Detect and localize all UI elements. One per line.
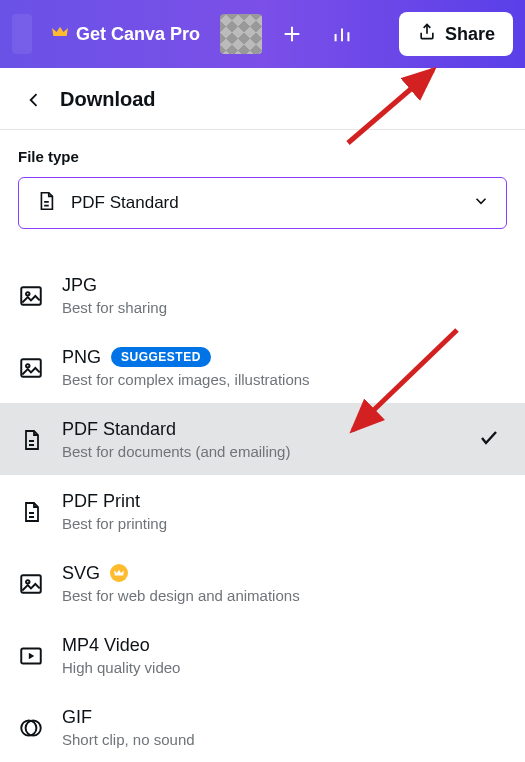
add-button[interactable]: [272, 14, 312, 54]
option-body: SVGBest for web design and animations: [62, 563, 507, 604]
file-type-option-pdf-print[interactable]: PDF PrintBest for printing: [0, 475, 525, 547]
get-pro-label: Get Canva Pro: [76, 24, 200, 45]
option-title: PDF Standard: [62, 419, 176, 440]
option-title-row: JPG: [62, 275, 507, 296]
option-body: PDF StandardBest for documents (and emai…: [62, 419, 459, 460]
top-bar: Get Canva Pro Share: [0, 0, 525, 68]
share-label: Share: [445, 24, 495, 45]
video-icon: [18, 643, 44, 669]
file-type-options-list: JPGBest for sharingPNGSUGGESTEDBest for …: [0, 259, 525, 762]
file-type-selected-value: PDF Standard: [71, 193, 458, 213]
option-body: GIFShort clip, no sound: [62, 707, 507, 748]
file-type-option-svg[interactable]: SVGBest for web design and animations: [0, 547, 525, 619]
document-icon: [35, 190, 57, 216]
file-type-select[interactable]: PDF Standard: [18, 177, 507, 229]
suggested-badge: SUGGESTED: [111, 347, 211, 367]
get-canva-pro-button[interactable]: Get Canva Pro: [42, 16, 210, 53]
file-type-option-gif[interactable]: GIFShort clip, no sound: [0, 691, 525, 762]
option-title: JPG: [62, 275, 97, 296]
document-icon: [18, 427, 44, 453]
option-body: PDF PrintBest for printing: [62, 491, 507, 532]
option-subtitle: Best for printing: [62, 515, 507, 532]
share-icon: [417, 22, 437, 47]
option-subtitle: Best for complex images, illustrations: [62, 371, 507, 388]
svg-point-5: [26, 580, 29, 583]
document-icon: [18, 499, 44, 525]
option-title-row: SVG: [62, 563, 507, 584]
svg-rect-4: [21, 575, 41, 592]
option-title-row: PDF Print: [62, 491, 507, 512]
share-button[interactable]: Share: [399, 12, 513, 56]
back-button[interactable]: [24, 90, 44, 110]
file-type-option-mp4[interactable]: MP4 VideoHigh quality video: [0, 619, 525, 691]
file-type-label: File type: [18, 148, 507, 165]
svg-point-1: [26, 292, 29, 295]
option-body: PNGSUGGESTEDBest for complex images, ill…: [62, 347, 507, 388]
image-icon: [18, 355, 44, 381]
option-title-row: PNGSUGGESTED: [62, 347, 507, 368]
svg-point-3: [26, 364, 29, 367]
option-subtitle: Best for sharing: [62, 299, 507, 316]
topbar-left-stub: [12, 14, 32, 54]
check-icon: [477, 425, 501, 453]
premium-crown-icon: [110, 564, 128, 582]
file-type-option-jpg[interactable]: JPGBest for sharing: [0, 259, 525, 331]
image-icon: [18, 571, 44, 597]
option-title: SVG: [62, 563, 100, 584]
file-type-option-png[interactable]: PNGSUGGESTEDBest for complex images, ill…: [0, 331, 525, 403]
gif-icon: [18, 715, 44, 741]
crown-icon: [52, 25, 68, 43]
file-type-section: File type PDF Standard: [0, 130, 525, 239]
chevron-down-icon: [472, 192, 490, 214]
option-title-row: GIF: [62, 707, 507, 728]
option-subtitle: High quality video: [62, 659, 507, 676]
option-title: PNG: [62, 347, 101, 368]
option-subtitle: Best for web design and animations: [62, 587, 507, 604]
option-body: MP4 VideoHigh quality video: [62, 635, 507, 676]
panel-title: Download: [60, 88, 156, 111]
option-subtitle: Short clip, no sound: [62, 731, 507, 748]
image-icon: [18, 283, 44, 309]
obscured-area: [220, 14, 262, 54]
file-type-option-pdf-standard[interactable]: PDF StandardBest for documents (and emai…: [0, 403, 525, 475]
option-title: PDF Print: [62, 491, 140, 512]
svg-rect-0: [21, 287, 41, 304]
option-title: GIF: [62, 707, 92, 728]
option-title: MP4 Video: [62, 635, 150, 656]
option-title-row: MP4 Video: [62, 635, 507, 656]
option-subtitle: Best for documents (and emailing): [62, 443, 459, 460]
option-title-row: PDF Standard: [62, 419, 459, 440]
panel-header: Download: [0, 68, 525, 130]
analytics-button[interactable]: [322, 14, 362, 54]
svg-rect-2: [21, 359, 41, 376]
option-body: JPGBest for sharing: [62, 275, 507, 316]
